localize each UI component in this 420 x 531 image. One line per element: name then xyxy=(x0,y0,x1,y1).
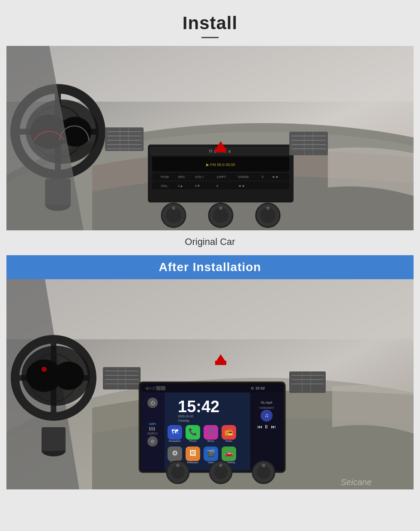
svg-text:▶  FM 99.0  00:00: ▶ FM 99.0 00:00 xyxy=(206,163,235,167)
svg-point-74 xyxy=(42,367,47,372)
svg-text:⏸: ⏸ xyxy=(264,424,269,430)
svg-rect-30 xyxy=(152,181,289,189)
original-car-image: HaRma ▶ FM 99.0 00:00 POW SRC VOL+ 1/RPT… xyxy=(6,46,414,230)
svg-text:<unknown>: <unknown> xyxy=(259,406,274,409)
svg-rect-19 xyxy=(215,148,226,152)
svg-rect-82 xyxy=(289,371,326,393)
svg-point-141 xyxy=(176,464,180,467)
svg-text:⚙: ⚙ xyxy=(150,439,155,444)
title-divider xyxy=(201,37,219,38)
svg-text:1/RPT: 1/RPT xyxy=(216,175,226,179)
svg-rect-61 xyxy=(6,279,414,339)
svg-point-37 xyxy=(166,208,181,223)
svg-text:⏮: ⏮ xyxy=(257,424,262,430)
svg-point-43 xyxy=(260,208,276,223)
svg-text:4▲: 4▲ xyxy=(178,184,183,188)
svg-text:POW: POW xyxy=(161,175,169,179)
svg-text:Navigation: Navigation xyxy=(169,440,181,442)
svg-text:🗺: 🗺 xyxy=(171,428,178,435)
svg-rect-53 xyxy=(289,132,328,155)
original-car-caption: Original Car xyxy=(6,230,414,255)
svg-text:VOL+: VOL+ xyxy=(195,175,204,179)
svg-point-147 xyxy=(262,464,265,467)
after-installation-text: After Installation xyxy=(159,260,261,274)
svg-text:⚙: ⚙ xyxy=(172,450,178,457)
svg-rect-70 xyxy=(42,427,66,451)
svg-text:2020-10-20: 2020-10-20 xyxy=(178,415,193,418)
svg-text:01.mp3: 01.mp3 xyxy=(261,401,273,404)
svg-text:5▼: 5▼ xyxy=(195,184,200,188)
svg-point-143 xyxy=(214,465,228,479)
svg-text:Phone: Phone xyxy=(189,440,197,442)
svg-rect-45 xyxy=(105,127,144,151)
svg-point-38 xyxy=(172,206,175,210)
svg-rect-89 xyxy=(215,361,226,365)
svg-point-73 xyxy=(53,362,84,390)
svg-text:🚗: 🚗 xyxy=(225,449,233,457)
svg-text:🖼: 🖼 xyxy=(189,450,196,457)
original-car-caption-text: Original Car xyxy=(185,236,235,247)
title-section: Install xyxy=(183,13,237,38)
svg-point-44 xyxy=(266,206,270,210)
svg-text:3: 3 xyxy=(261,175,264,179)
svg-text:Tuesday: Tuesday xyxy=(178,419,189,422)
svg-point-146 xyxy=(257,465,270,479)
svg-text:Seicane: Seicane xyxy=(341,477,372,487)
page-title: Install xyxy=(183,13,237,33)
svg-text:🎵: 🎵 xyxy=(207,428,215,436)
svg-point-140 xyxy=(171,465,185,479)
svg-text:◁  ○  □  ⬛⬛: ◁ ○ □ ⬛⬛ xyxy=(145,386,166,391)
svg-text:◄◄: ◄◄ xyxy=(238,184,245,188)
after-installation-banner: After Installation xyxy=(6,255,414,279)
original-car-block: HaRma ▶ FM 99.0 00:00 POW SRC VOL+ 1/RPT… xyxy=(6,46,414,489)
svg-text:⏭: ⏭ xyxy=(271,424,276,430)
svg-point-41 xyxy=(219,206,222,210)
svg-text:VOL-: VOL- xyxy=(161,184,169,188)
svg-rect-75 xyxy=(103,367,141,389)
svg-text:►►: ►► xyxy=(272,175,279,179)
after-installation-image: ◁ ○ □ ⬛⬛ ⊙ 15:42 ⏻ ⚙ WiFi ▌▌▌ AQROJ xyxy=(6,279,414,489)
svg-text:📞: 📞 xyxy=(189,428,197,436)
svg-text:♫: ♫ xyxy=(264,412,269,419)
svg-point-40 xyxy=(213,208,228,223)
svg-text:Wallpaper: Wallpaper xyxy=(187,461,199,464)
page-container: Install xyxy=(0,0,420,502)
svg-text:2/RDM: 2/RDM xyxy=(238,175,249,179)
svg-text:AQROJ: AQROJ xyxy=(147,432,158,435)
svg-text:🎬: 🎬 xyxy=(207,449,215,457)
svg-text:15:42: 15:42 xyxy=(178,398,219,416)
svg-text:Radio: Radio xyxy=(225,440,232,442)
svg-text:6: 6 xyxy=(216,184,219,188)
svg-text:WiFi: WiFi xyxy=(149,422,156,426)
svg-text:⊙  15:42: ⊙ 15:42 xyxy=(251,386,265,390)
svg-text:📻: 📻 xyxy=(225,428,233,436)
svg-text:Music: Music xyxy=(207,440,214,442)
svg-point-144 xyxy=(219,464,222,467)
svg-text:SRC: SRC xyxy=(178,175,185,179)
svg-text:⏻: ⏻ xyxy=(150,400,155,405)
